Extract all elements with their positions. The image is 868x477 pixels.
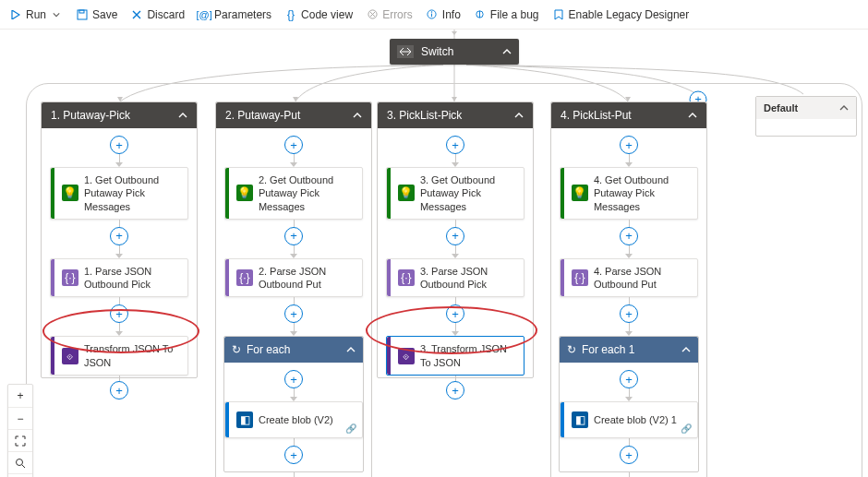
parameters-button[interactable]: [@] Parameters (198, 8, 271, 21)
save-icon (76, 8, 89, 21)
errors-label: Errors (382, 8, 413, 21)
filebug-button[interactable]: File a bug (474, 8, 539, 21)
info-label: Info (442, 8, 461, 21)
bookmark-icon (552, 8, 565, 21)
codeview-button[interactable]: {} Code view (284, 8, 353, 21)
save-button[interactable]: Save (76, 8, 117, 21)
bug-icon (474, 8, 487, 21)
svg-rect-1 (79, 10, 84, 13)
close-icon (130, 8, 143, 21)
info-button[interactable]: Info (426, 8, 461, 21)
discard-label: Discard (147, 8, 185, 21)
play-icon (9, 8, 22, 21)
run-label: Run (26, 8, 46, 21)
errors-button[interactable]: Errors (366, 8, 413, 21)
braces-icon: {} (284, 8, 297, 21)
codeview-label: Code view (301, 8, 353, 21)
toolbar: Run Save Discard [@] Parameters {} Code … (0, 0, 868, 30)
parameters-icon: [@] (198, 8, 211, 21)
chevron-down-icon (50, 8, 63, 21)
svg-point-5 (431, 11, 432, 12)
parameters-label: Parameters (214, 8, 271, 21)
filebug-label: File a bug (490, 8, 539, 21)
legacy-button[interactable]: Enable Legacy Designer (552, 8, 690, 21)
error-icon (366, 8, 379, 21)
legacy-label: Enable Legacy Designer (569, 8, 690, 21)
discard-button[interactable]: Discard (130, 8, 185, 21)
info-icon (426, 8, 439, 21)
run-button[interactable]: Run (9, 8, 63, 21)
save-label: Save (92, 8, 117, 21)
